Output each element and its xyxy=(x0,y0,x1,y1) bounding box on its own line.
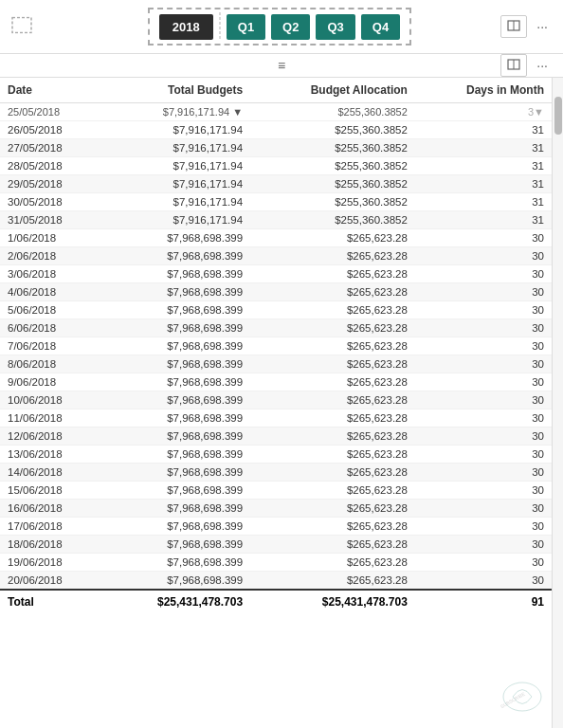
table-row: 3/06/2018$7,968,698.399$265,623.2830 xyxy=(0,265,552,283)
cell-total-budgets: $7,968,698.399 xyxy=(102,446,250,464)
table-row: 10/06/2018$7,968,698.399$265,623.2830 xyxy=(0,391,552,410)
cell-date: 6/06/2018 xyxy=(0,319,102,337)
table-row: 9/06/2018$7,968,698.399$265,623.2830 xyxy=(0,373,552,391)
cell-date: 12/06/2018 xyxy=(0,428,102,446)
footer-budget-allocation: $25,431,478.703 xyxy=(250,590,415,613)
table-row: 13/06/2018$7,968,698.399$265,623.2830 xyxy=(0,446,552,464)
table-row: 1/06/2018$7,968,698.399$265,623.2830 xyxy=(0,229,552,247)
cell-date: 15/06/2018 xyxy=(0,482,102,500)
cell-budget-allocation: $265,623.28 xyxy=(250,428,415,446)
cell-days: 30 xyxy=(415,482,552,500)
cell-total-budgets: $7,916,171.94 xyxy=(102,211,250,229)
cell-date: 3/06/2018 xyxy=(0,265,102,283)
cell-total-budgets: $7,968,698.399 xyxy=(102,410,250,428)
second-row: ≡ ··· xyxy=(0,54,563,78)
footer-row: Total $25,431,478.703 $25,431,478.703 91 xyxy=(0,590,552,613)
cell-days: 30 xyxy=(415,265,552,283)
cell-date: 13/06/2018 xyxy=(0,446,102,464)
table-row: 28/05/2018$7,916,171.94$255,360.385231 xyxy=(0,157,552,175)
cell-date: 31/05/2018 xyxy=(0,211,102,229)
scrollbar-thumb[interactable] xyxy=(554,97,562,135)
hamburger-icon: ≡ xyxy=(278,58,285,73)
col-total-budgets: Total Budgets xyxy=(102,78,250,103)
top-right-icons: ··· xyxy=(500,15,552,38)
table-row: 31/05/2018$7,916,171.94$255,360.385231 xyxy=(0,211,552,229)
top-section: 2018 Q1 Q2 Q3 Q4 ··· xyxy=(0,0,563,54)
cell-days: 30 xyxy=(415,500,552,518)
table-row: 26/05/2018$7,916,171.94$255,360.385231 xyxy=(0,121,552,139)
cell-date: 1/06/2018 xyxy=(0,229,102,247)
q1-button[interactable]: Q1 xyxy=(227,14,265,40)
scrollbar[interactable] xyxy=(552,78,563,728)
table-row: 16/06/2018$7,968,698.399$265,623.2830 xyxy=(0,500,552,518)
cell-budget-allocation: $265,623.28 xyxy=(250,283,415,301)
cell-budget-allocation: $265,623.28 xyxy=(250,391,415,410)
col-date: Date xyxy=(0,78,102,103)
q3-button[interactable]: Q3 xyxy=(316,14,354,40)
cell-budget-allocation: $265,623.28 xyxy=(250,265,415,283)
cell-date: 27/05/2018 xyxy=(0,139,102,157)
second-row-right-icons: ··· xyxy=(500,54,552,77)
cell-date: 25/05/2018 xyxy=(0,103,102,121)
footer-days: 91 xyxy=(415,590,552,613)
cell-total-budgets: $7,968,698.399 xyxy=(102,464,250,482)
cell-total-budgets: $7,916,171.94 xyxy=(102,193,250,211)
table-footer: Total $25,431,478.703 $25,431,478.703 91 xyxy=(0,590,552,613)
cell-total-budgets: $7,968,698.399 xyxy=(102,572,250,591)
cell-total-budgets: $7,968,698.399 xyxy=(102,500,250,518)
cell-budget-allocation: $265,623.28 xyxy=(250,301,415,319)
table-row: 27/05/2018$7,916,171.94$255,360.385231 xyxy=(0,139,552,157)
cell-date: 26/05/2018 xyxy=(0,121,102,139)
cell-total-budgets: $7,968,698.399 xyxy=(102,554,250,572)
cell-date: 16/06/2018 xyxy=(0,500,102,518)
cell-budget-allocation: $255,360.3852 xyxy=(250,211,415,229)
cell-days: 30 xyxy=(415,283,552,301)
cell-budget-allocation: $255,360.3852 xyxy=(250,157,415,175)
cell-budget-allocation: $265,623.28 xyxy=(250,554,415,572)
cell-total-budgets: $7,968,698.399 xyxy=(102,301,250,319)
cell-budget-allocation: $265,623.28 xyxy=(250,446,415,464)
cell-days: 30 xyxy=(415,446,552,464)
cell-days: 30 xyxy=(415,518,552,536)
cell-total-budgets: $7,968,698.399 xyxy=(102,265,250,283)
cell-total-budgets: $7,968,698.399 xyxy=(102,283,250,301)
cell-total-budgets: $7,968,698.399 xyxy=(102,355,250,373)
table-row: 19/06/2018$7,968,698.399$265,623.2830 xyxy=(0,554,552,572)
table-wrapper[interactable]: Date Total Budgets Budget Allocation Day… xyxy=(0,78,552,728)
col-days-in-month: Days in Month xyxy=(415,78,552,103)
year-button[interactable]: 2018 xyxy=(159,14,213,40)
more-options-2-icon[interactable]: ··· xyxy=(533,56,552,75)
col-budget-allocation: Budget Allocation xyxy=(250,78,415,103)
cell-days: 30 xyxy=(415,428,552,446)
cell-budget-allocation: $265,623.28 xyxy=(250,518,415,536)
table-row: 6/06/2018$7,968,698.399$265,623.2830 xyxy=(0,319,552,337)
cell-days: 30 xyxy=(415,373,552,391)
cell-total-budgets: $7,916,171.94 xyxy=(102,139,250,157)
grid-view-icon[interactable] xyxy=(500,54,527,77)
cell-budget-allocation: $265,623.28 xyxy=(250,410,415,428)
cell-days: 31 xyxy=(415,157,552,175)
cell-total-budgets: $7,968,698.399 xyxy=(102,373,250,391)
cell-date: 11/06/2018 xyxy=(0,410,102,428)
table-row: 11/06/2018$7,968,698.399$265,623.2830 xyxy=(0,410,552,428)
cell-date: 9/06/2018 xyxy=(0,373,102,391)
cell-budget-allocation: $265,623.28 xyxy=(250,319,415,337)
table-row: 17/06/2018$7,968,698.399$265,623.2830 xyxy=(0,518,552,536)
cell-budget-allocation: $265,623.28 xyxy=(250,464,415,482)
expand-icon[interactable] xyxy=(500,15,527,38)
cell-budget-allocation: $265,623.28 xyxy=(250,572,415,591)
cell-days: 30 xyxy=(415,464,552,482)
cell-total-budgets: $7,968,698.399 xyxy=(102,337,250,355)
table-row: 29/05/2018$7,916,171.94$255,360.385231 xyxy=(0,175,552,193)
cell-date: 20/06/2018 xyxy=(0,572,102,591)
footer-label: Total xyxy=(0,590,102,613)
table-row: 7/06/2018$7,968,698.399$265,623.2830 xyxy=(0,337,552,355)
top-left-icons xyxy=(11,17,32,37)
cell-date: 29/05/2018 xyxy=(0,175,102,193)
cell-days: 31 xyxy=(415,175,552,193)
q4-button[interactable]: Q4 xyxy=(361,14,400,40)
more-options-icon[interactable]: ··· xyxy=(533,17,552,36)
table-row: 8/06/2018$7,968,698.399$265,623.2830 xyxy=(0,355,552,373)
cell-days: 30 xyxy=(415,572,552,591)
q2-button[interactable]: Q2 xyxy=(271,14,310,40)
